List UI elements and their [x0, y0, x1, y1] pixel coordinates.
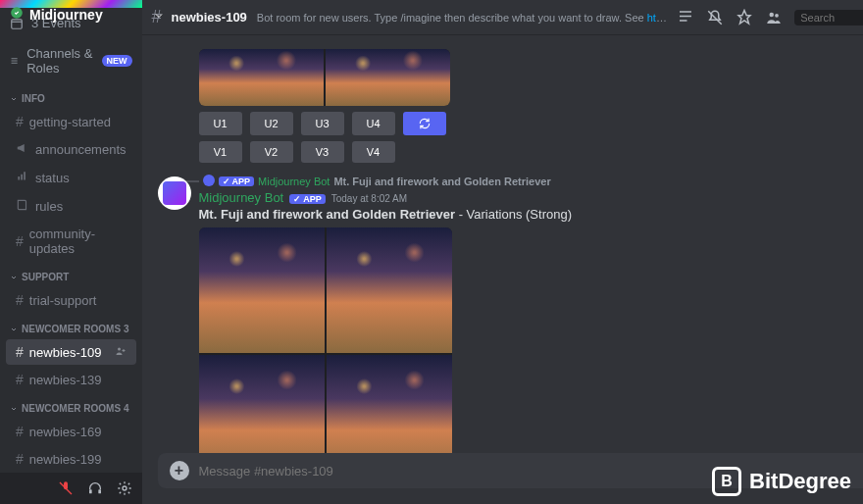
hash-icon: #	[16, 451, 24, 467]
u3-button[interactable]: U3	[301, 112, 344, 135]
svg-point-15	[203, 175, 215, 186]
section-info[interactable]: INFO	[0, 83, 142, 108]
app-tag: ✓ APP	[219, 176, 255, 186]
image-cell[interactable]	[326, 49, 450, 106]
section-newcomer-4[interactable]: NEWCOMER ROOMS 4	[0, 393, 142, 418]
channel-newbies-169[interactable]: #newbies-169	[6, 419, 136, 444]
pin-icon[interactable]	[736, 9, 753, 26]
section-newcomer-3[interactable]: NEWCOMER ROOMS 3	[0, 314, 142, 338]
channel-community-updates[interactable]: #community-updates	[6, 222, 136, 261]
threads-icon[interactable]	[677, 9, 694, 26]
list-icon	[10, 54, 19, 68]
hash-icon: #	[16, 233, 24, 249]
book-icon	[16, 198, 29, 215]
message-input-box[interactable]: +	[158, 453, 863, 488]
notifications-icon[interactable]	[706, 9, 724, 26]
generated-image-grid[interactable]	[199, 49, 450, 106]
v4-button[interactable]: V4	[352, 141, 395, 163]
channel-newbies-109[interactable]: #newbies-109	[6, 339, 136, 365]
server-verified-icon	[10, 6, 24, 23]
channel-topbar: # newbies-109 Bot room for new users. Ty…	[142, 0, 863, 35]
hash-icon: #	[16, 344, 24, 360]
u2-button[interactable]: U2	[250, 112, 293, 135]
reroll-button[interactable]	[403, 112, 446, 135]
channel-sidebar: Midjourney 3 Events Channels & Roles NEW…	[0, 0, 142, 504]
message-input-area: +	[142, 453, 863, 504]
invite-icon[interactable]	[115, 345, 127, 359]
hash-icon: #	[16, 292, 24, 308]
message: ✓ APP Midjourney Bot Mt. Fuji and firewo…	[158, 175, 863, 453]
timestamp: Today at 8:02 AM	[331, 193, 407, 204]
chevron-down-icon	[153, 9, 165, 25]
image-cell[interactable]	[199, 355, 325, 453]
channel-newbies-199[interactable]: #newbies-199	[6, 446, 136, 472]
svg-point-7	[775, 13, 779, 17]
message: U1 U2 U3 U4 V1 V2 V3 V4	[158, 49, 863, 163]
image-cell[interactable]	[327, 355, 452, 453]
svg-rect-4	[98, 489, 101, 493]
server-banner[interactable]: Midjourney	[0, 0, 142, 8]
headphones-icon[interactable]	[87, 480, 103, 496]
channels-roles-link[interactable]: Channels & Roles NEW	[0, 38, 142, 83]
mic-muted-icon[interactable]	[58, 480, 74, 496]
message-text: Mt. Fuji and firework and Golden Retriev…	[199, 207, 863, 222]
channel-announcements[interactable]: announcements	[6, 136, 136, 163]
v2-button[interactable]: V2	[250, 141, 293, 163]
svg-point-5	[123, 486, 127, 490]
svg-rect-3	[89, 489, 92, 493]
channel-topic: Bot room for new users. Type /imagine th…	[257, 12, 667, 24]
u4-button[interactable]: U4	[352, 112, 395, 135]
main-chat: # newbies-109 Bot room for new users. Ty…	[142, 0, 863, 504]
v1-button[interactable]: V1	[199, 141, 242, 163]
channel-getting-started[interactable]: #getting-started	[6, 109, 136, 134]
search-box[interactable]	[794, 10, 863, 25]
user-controls	[0, 473, 142, 504]
chat-messages[interactable]: U1 U2 U3 U4 V1 V2 V3 V4	[142, 35, 863, 453]
image-cell[interactable]	[199, 49, 324, 106]
svg-point-2	[118, 348, 121, 351]
upscale-buttons: U1 U2 U3 U4	[199, 112, 863, 135]
attach-button[interactable]: +	[170, 461, 189, 480]
section-support[interactable]: SUPPORT	[0, 262, 142, 286]
chevron-down-icon	[10, 405, 18, 413]
channel-title: newbies-109	[172, 10, 247, 25]
channel-rules[interactable]: rules	[6, 193, 136, 220]
image-cell[interactable]	[199, 227, 325, 353]
signal-icon	[16, 170, 29, 186]
bot-avatar[interactable]	[158, 176, 191, 210]
v3-button[interactable]: V3	[301, 141, 344, 163]
megaphone-icon	[16, 141, 29, 158]
chevron-down-icon	[10, 274, 18, 281]
reply-reference[interactable]: ✓ APP Midjourney Bot Mt. Fuji and firewo…	[199, 175, 863, 188]
app-tag: ✓ APP	[289, 194, 326, 204]
server-name: Midjourney	[29, 7, 103, 23]
hash-icon: #	[16, 424, 24, 439]
members-icon[interactable]	[765, 9, 783, 26]
new-badge: NEW	[102, 55, 132, 67]
chevron-down-icon	[10, 95, 18, 103]
reply-avatar-icon	[203, 175, 215, 188]
image-cell[interactable]	[327, 227, 452, 353]
topic-link[interactable]: https://...	[647, 12, 667, 24]
message-input[interactable]	[199, 464, 863, 479]
gear-icon[interactable]	[117, 480, 132, 496]
svg-point-6	[770, 12, 775, 17]
u1-button[interactable]: U1	[199, 112, 242, 135]
author-name[interactable]: Midjourney Bot	[199, 190, 284, 205]
chevron-down-icon	[10, 326, 18, 333]
channel-status[interactable]: status	[6, 165, 136, 191]
hash-icon: #	[16, 114, 24, 129]
channel-newbies-139[interactable]: #newbies-139	[6, 367, 136, 392]
channel-trial-support[interactable]: #trial-support	[6, 287, 136, 313]
variation-buttons: V1 V2 V3 V4	[199, 141, 863, 163]
generated-image-grid[interactable]	[199, 227, 452, 453]
refresh-icon	[418, 117, 432, 130]
search-input[interactable]	[800, 12, 863, 24]
hash-icon: #	[16, 372, 24, 387]
